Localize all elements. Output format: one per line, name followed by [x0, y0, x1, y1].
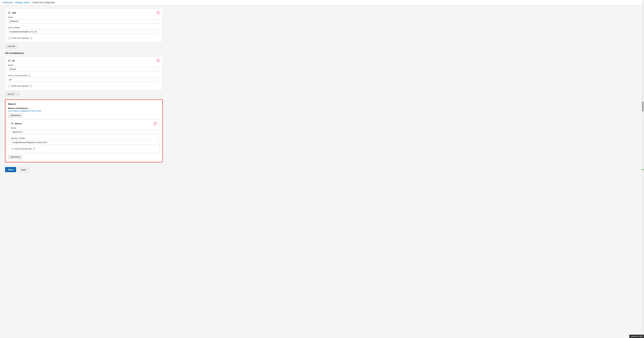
maven-install-auto-row: Install automatically ?: [11, 148, 157, 150]
jdk-install-auto-label: Install automatically: [11, 37, 29, 39]
jdk-java-home-input[interactable]: [8, 30, 160, 34]
main-content: JDK × Name JAVA_HOME Instal: [0, 5, 168, 181]
git-path-input[interactable]: [8, 77, 160, 82]
scrollbar[interactable]: [642, 0, 644, 338]
maven-card-title: Maven: [11, 122, 22, 125]
add-git-dropdown-icon[interactable]: ▾: [16, 93, 20, 96]
jdk-name-label: Name: [8, 16, 160, 19]
jdk-name-field: Name: [8, 16, 160, 25]
git-section-heading: Git installations: [5, 52, 163, 54]
git-drag-handle[interactable]: [8, 60, 10, 62]
maven-install-auto-help-icon[interactable]: ?: [33, 148, 35, 150]
jdk-remove-icon: ×: [157, 12, 159, 14]
maven-card: Maven × Name MAVEN_HOME Ins: [8, 119, 160, 153]
jenkins-version-badge: Jenkins 2.362: [629, 335, 644, 338]
add-maven-bottom-button[interactable]: Add Maven: [8, 155, 23, 159]
apply-button[interactable]: Apply: [18, 167, 29, 172]
git-card-title: Git: [8, 60, 15, 62]
git-path-field: Path to Git executable ?: [8, 74, 160, 83]
save-button[interactable]: Save: [5, 167, 16, 172]
breadcrumb-sep-1: ›: [14, 1, 14, 4]
breadcrumb-manage-jenkins[interactable]: Manage Jenkins: [15, 1, 30, 4]
git-name-field: Name: [8, 64, 160, 73]
jdk-section: JDK × Name JAVA_HOME Instal: [5, 9, 163, 49]
maven-add-bottom-area: Add Maven: [8, 155, 160, 159]
maven-install-auto-checkbox[interactable]: [11, 148, 13, 150]
maven-title-label: Maven: [15, 122, 22, 125]
maven-install-auto-label: Install automatically: [14, 148, 32, 150]
add-jdk-label: Add JDK: [7, 45, 15, 48]
add-git-label: Add Git: [5, 92, 16, 96]
breadcrumb-dashboard[interactable]: Dashboard: [3, 1, 12, 4]
jdk-install-auto-help-icon[interactable]: ?: [30, 37, 32, 39]
jdk-remove-button[interactable]: ×: [156, 11, 160, 15]
add-git-button[interactable]: Add Git ▾: [5, 92, 20, 96]
maven-list-hint: List of Maven installations on this syst…: [8, 110, 160, 112]
jdk-install-auto-checkbox[interactable]: [8, 37, 10, 39]
jdk-card-title: JDK: [8, 12, 16, 14]
maven-section: Maven Maven installations List of Maven …: [5, 99, 163, 162]
git-title-label: Git: [12, 60, 15, 62]
git-path-help-icon[interactable]: ?: [28, 74, 31, 77]
jdk-java-home-field: JAVA_HOME: [8, 27, 160, 36]
maven-home-field: MAVEN_HOME: [11, 137, 157, 146]
add-jdk-button[interactable]: Add JDK: [5, 44, 17, 49]
add-maven-bottom-label: Add Maven: [10, 156, 20, 158]
jdk-card: JDK × Name JAVA_HOME Instal: [5, 9, 163, 43]
jdk-drag-handle[interactable]: [8, 12, 10, 14]
git-name-label: Name: [8, 64, 160, 66]
maven-drag-handle[interactable]: [11, 123, 14, 124]
maven-name-label: Name: [11, 127, 157, 129]
maven-section-title: Maven: [8, 102, 160, 105]
git-install-auto-checkbox[interactable]: [8, 85, 10, 87]
maven-name-field: Name: [11, 127, 157, 136]
git-card: Git × Name Path to Git executable ?: [5, 56, 163, 90]
git-path-label: Path to Git executable ?: [8, 74, 160, 77]
git-name-input[interactable]: [8, 67, 160, 71]
breadcrumb-current-page: Global Tool Configuration: [32, 1, 55, 4]
maven-installations-label: Maven installations: [8, 107, 160, 109]
add-maven-top-label: Add Maven: [10, 114, 20, 117]
action-bar: Save Apply: [5, 165, 163, 174]
git-install-auto-row: Install automatically ?: [8, 85, 160, 87]
status-dot: [642, 169, 644, 170]
scrollbar-thumb[interactable]: [642, 101, 644, 112]
maven-home-label: MAVEN_HOME: [11, 137, 157, 140]
breadcrumb: Dashboard › Manage Jenkins › Global Tool…: [0, 0, 644, 5]
git-section: Git installations Git × Name: [5, 52, 163, 96]
jdk-install-auto-row: Install automatically ?: [8, 37, 160, 39]
breadcrumb-sep-2: ›: [31, 1, 32, 4]
maven-remove-icon: ×: [154, 122, 156, 125]
git-install-auto-label: Install automatically: [11, 85, 29, 87]
jdk-java-home-label: JAVA_HOME: [8, 27, 160, 29]
jdk-add-area: Add JDK: [5, 44, 163, 49]
git-remove-icon: ×: [157, 59, 159, 62]
git-install-auto-help-icon[interactable]: ?: [30, 85, 32, 87]
maven-remove-button[interactable]: ×: [154, 122, 157, 125]
maven-home-input[interactable]: [11, 140, 157, 145]
maven-add-top-area: Add Maven: [8, 113, 160, 118]
add-maven-top-button[interactable]: Add Maven: [8, 113, 23, 118]
jdk-title-label: JDK: [12, 12, 16, 14]
git-remove-button[interactable]: ×: [156, 59, 160, 62]
git-add-area: Add Git ▾: [5, 92, 163, 96]
maven-name-input[interactable]: [11, 130, 157, 134]
jdk-name-input[interactable]: [8, 19, 160, 24]
